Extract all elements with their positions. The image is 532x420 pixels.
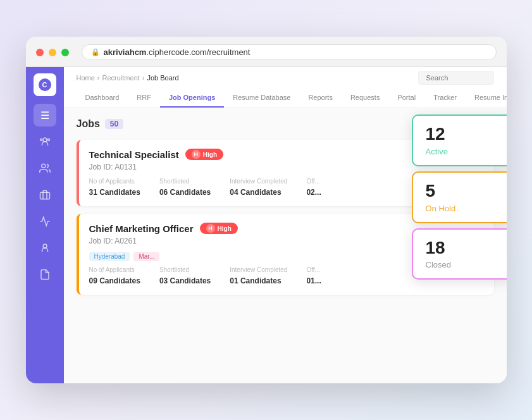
stat-interview-value-1: 04 Candidates — [230, 188, 281, 197]
stat-card-onhold: 5 On Hold — [412, 171, 507, 223]
lock-icon: 🔒 — [91, 48, 100, 56]
breadcrumb-sep2: › — [142, 74, 145, 82]
sidebar-item-document[interactable] — [34, 263, 56, 286]
browser-controls: 🔒 akriviahcm.ciphercode.com/recruitment — [36, 44, 497, 60]
priority-letter-1: H — [192, 150, 201, 159]
tab-tracker[interactable]: Tracker — [424, 89, 466, 108]
job-title-1: Technical Specialist — [89, 149, 179, 160]
sidebar-item-people[interactable] — [34, 157, 56, 180]
stat-offer-1: Off... 02... — [306, 178, 321, 197]
tab-portal[interactable]: Portal — [388, 89, 424, 108]
url-suffix: .ciphercode.com/recruitment — [146, 47, 250, 57]
url-text: akriviahcm.ciphercode.com/recruitment — [104, 47, 251, 57]
top-nav: Home › Recruitment › Job Board Dashboard… — [64, 67, 507, 108]
stat-closed-label: Closed — [426, 260, 499, 269]
browser-chrome: 🔒 akriviahcm.ciphercode.com/recruitment — [26, 37, 507, 67]
jobs-title: Jobs — [77, 118, 100, 130]
svg-point-0 — [43, 138, 47, 142]
minimize-dot[interactable] — [49, 49, 56, 56]
sidebar: C ☰ — [26, 67, 64, 383]
tab-requests[interactable]: Requests — [342, 89, 388, 108]
stat-shortlisted-2: Shortlisted 03 Candidates — [159, 266, 211, 286]
stat-interview-1: Interview Completed 04 Candidates — [230, 178, 287, 197]
stat-shortlisted-label-1: Shortlisted — [159, 178, 211, 185]
close-dot[interactable] — [36, 49, 44, 56]
location-hyderabad: Hyderabad — [89, 252, 130, 261]
tab-resume-database[interactable]: Resume Database — [224, 89, 299, 108]
stat-offer-label-2: Off... — [306, 266, 321, 273]
jobs-count-badge: 50 — [105, 119, 123, 129]
priority-letter-2: H — [206, 224, 215, 233]
svg-point-1 — [47, 139, 49, 141]
stat-applicants-1: No of Applicants 31 Candidates — [89, 178, 140, 197]
stat-cards-overlay: 12 Active 5 On Hold 18 Closed — [412, 114, 507, 280]
tab-dashboard[interactable]: Dashboard — [77, 89, 128, 108]
maximize-dot[interactable] — [61, 49, 69, 56]
stat-closed-number: 18 — [426, 238, 499, 258]
stat-active-label: Active — [426, 147, 499, 156]
sidebar-item-analytics[interactable] — [34, 130, 56, 153]
sidebar-logo: C — [34, 73, 56, 96]
breadcrumb-row: Home › Recruitment › Job Board — [77, 67, 494, 89]
stat-onhold-label: On Hold — [426, 204, 499, 213]
stat-applicants-2: No of Applicants 09 Candidates — [89, 266, 140, 286]
tab-job-openings[interactable]: Job Openings — [160, 89, 224, 108]
logo-icon: C — [39, 78, 51, 91]
address-bar: 🔒 akriviahcm.ciphercode.com/recruitment — [82, 44, 497, 60]
stat-onhold-number: 5 — [426, 182, 499, 201]
stat-card-active: 12 Active — [412, 114, 507, 166]
stat-shortlisted-value-1: 06 Candidates — [159, 188, 211, 197]
priority-badge-1: H High — [185, 149, 223, 160]
stat-interview-value-2: 01 Candidates — [230, 276, 281, 285]
browser-window: 🔒 akriviahcm.ciphercode.com/recruitment … — [26, 37, 507, 383]
tab-resume-inbox[interactable]: Resume Inbox — [466, 89, 506, 108]
stat-interview-label-1: Interview Completed — [230, 178, 287, 185]
stat-applicants-label-1: No of Applicants — [89, 178, 140, 185]
svg-point-3 — [41, 164, 45, 168]
nav-tabs: Dashboard RRF Job Openings Resume Databa… — [77, 89, 494, 108]
stat-interview-2: Interview Completed 01 Candidates — [230, 266, 287, 286]
priority-badge-2: H High — [200, 223, 238, 234]
breadcrumb-sep1: › — [97, 74, 100, 82]
location-mar: Mar... — [133, 252, 159, 261]
sidebar-item-user[interactable] — [34, 237, 56, 259]
stat-applicants-value-2: 09 Candidates — [89, 276, 140, 285]
stat-shortlisted-label-2: Shortlisted — [159, 266, 211, 273]
svg-point-5 — [43, 244, 47, 248]
breadcrumb: Home › Recruitment › Job Board — [77, 74, 179, 82]
stat-interview-label-2: Interview Completed — [230, 266, 287, 273]
breadcrumb-recruitment[interactable]: Recruitment — [102, 74, 140, 82]
sidebar-item-chart[interactable] — [34, 210, 56, 233]
sidebar-item-menu[interactable]: ☰ — [34, 104, 56, 127]
content-area: Jobs 50 Technical Specialist H High Job … — [64, 108, 507, 383]
stat-card-closed: 18 Closed — [412, 228, 507, 280]
svg-rect-4 — [40, 192, 49, 199]
stat-applicants-value-1: 31 Candidates — [89, 188, 140, 197]
breadcrumb-current: Job Board — [147, 74, 178, 82]
priority-label-2: High — [218, 225, 232, 232]
stat-shortlisted-value-2: 03 Candidates — [159, 276, 211, 285]
stat-offer-2: Off... 01... — [306, 266, 321, 286]
breadcrumb-home[interactable]: Home — [77, 74, 95, 82]
priority-label-1: High — [203, 151, 217, 158]
job-title-2: Chief Marketing Officer — [89, 223, 194, 234]
main-content: Home › Recruitment › Job Board Dashboard… — [64, 67, 507, 383]
tab-reports[interactable]: Reports — [299, 89, 342, 108]
search-input[interactable] — [418, 71, 494, 85]
stat-offer-value-1: 02... — [306, 188, 321, 197]
url-bold: akriviahcm — [104, 47, 147, 57]
stat-offer-label-1: Off... — [306, 178, 321, 185]
tab-rrf[interactable]: RRF — [128, 89, 160, 108]
stat-offer-value-2: 01... — [306, 276, 321, 285]
app-layout: C ☰ — [26, 67, 507, 383]
sidebar-item-team[interactable] — [34, 183, 56, 206]
stat-applicants-label-2: No of Applicants — [89, 266, 140, 273]
svg-point-2 — [40, 139, 42, 141]
stat-active-number: 12 — [426, 125, 499, 144]
stat-shortlisted-1: Shortlisted 06 Candidates — [159, 178, 211, 197]
